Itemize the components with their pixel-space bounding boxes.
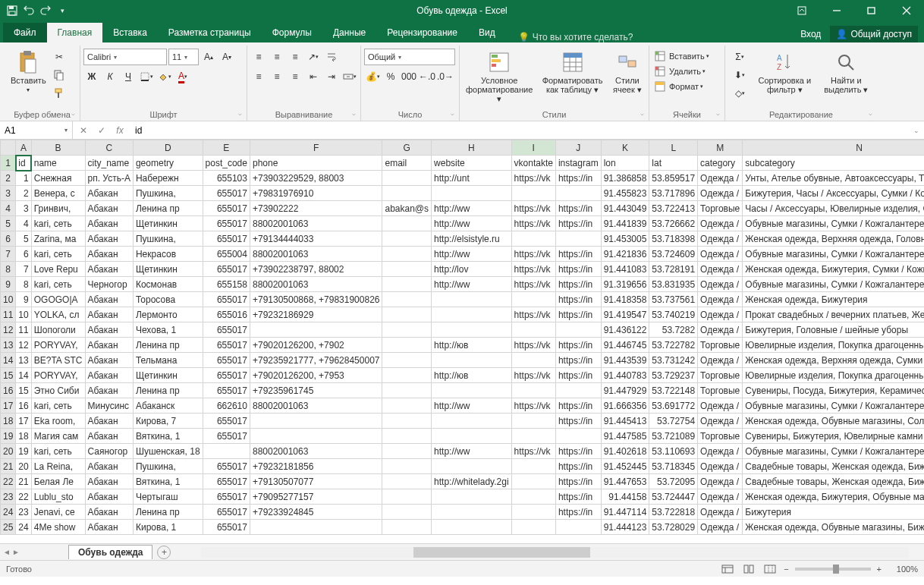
cell[interactable]: Абакан [85, 322, 133, 338]
cell[interactable] [382, 520, 432, 535]
cell[interactable]: Eka room, [31, 414, 85, 429]
cell[interactable] [382, 186, 432, 201]
cell[interactable]: Ленина пр [133, 383, 203, 398]
cell[interactable] [382, 459, 432, 474]
col-header-A[interactable]: A [16, 140, 31, 156]
cell[interactable] [382, 444, 432, 459]
fill-color-button[interactable]: ▾ [156, 68, 173, 85]
cell[interactable]: https://in [555, 247, 601, 262]
cell[interactable]: 655017 [203, 414, 250, 429]
cell[interactable]: https://in [555, 444, 601, 459]
cell[interactable]: 53.718345 [649, 459, 698, 474]
cell[interactable]: 655017 [203, 216, 250, 231]
cell[interactable]: https://in [555, 201, 601, 216]
cell[interactable]: http://lov [432, 262, 512, 277]
cell[interactable]: Абакан [85, 429, 133, 444]
cell[interactable]: Одежда / [698, 216, 743, 231]
orientation-button[interactable]: ↗▾ [305, 49, 322, 65]
cell[interactable]: Свадебные товары, Женская одежда, Бижуте… [743, 459, 924, 474]
cell[interactable]: 91.421836 [601, 247, 649, 262]
cell[interactable]: 655017 [203, 186, 250, 201]
accounting-button[interactable]: 💰▾ [364, 68, 381, 85]
cell[interactable]: Торговые [698, 368, 743, 383]
zoom-in-button[interactable]: + [877, 565, 882, 574]
cell[interactable] [511, 489, 555, 505]
cell[interactable]: category [698, 156, 743, 171]
cell[interactable] [555, 186, 601, 201]
cell[interactable] [511, 186, 555, 201]
cell[interactable]: Lublu_sto [31, 489, 85, 505]
cell[interactable]: Одежда / [698, 520, 743, 535]
cell[interactable]: Торосова [133, 292, 203, 307]
font-name-combo[interactable]: Calibri▾ [83, 49, 167, 65]
close-button[interactable] [889, 0, 924, 21]
cell[interactable]: 53.7282 [649, 322, 698, 338]
cell[interactable]: 91.319656 [601, 277, 649, 292]
cell[interactable]: Женская одежда, Бижутерия, Обувные магаз… [743, 489, 924, 505]
insert-cells-button[interactable]: Вставить ▾ [652, 49, 711, 64]
cell[interactable]: https://in [555, 368, 601, 383]
cell[interactable] [432, 459, 512, 474]
cell[interactable]: 10 [16, 307, 31, 322]
row-header-2[interactable]: 2 [1, 171, 16, 186]
cell[interactable]: https://vk [511, 368, 555, 383]
cell[interactable]: Пушкина, [133, 186, 203, 201]
cell[interactable]: 9 [16, 292, 31, 307]
autosum-button[interactable]: Σ▾ [728, 49, 751, 65]
cell[interactable]: +79235921777, +79628450007 [250, 353, 382, 368]
cell[interactable]: http://ww [432, 398, 512, 414]
cell[interactable]: Свадебные товары, Женская одежда, Бижуте… [743, 474, 924, 489]
cell[interactable]: Сувениры, Посуда, Бижутерия, Керамически… [743, 383, 924, 398]
row-header-12[interactable]: 12 [1, 322, 16, 338]
cell[interactable]: Космонав [133, 277, 203, 292]
cell[interactable]: +79130500868, +79831900826 [250, 292, 382, 307]
clear-button[interactable]: ◇▾ [728, 85, 751, 102]
row-header-21[interactable]: 21 [1, 459, 16, 474]
cell[interactable]: 53.737561 [649, 292, 698, 307]
cell[interactable]: email [382, 156, 432, 171]
cell[interactable]: city_name [85, 156, 133, 171]
row-header-24[interactable]: 24 [1, 505, 16, 520]
cell[interactable]: 53.691772 [649, 398, 698, 414]
cell[interactable] [250, 322, 382, 338]
increase-decimal-button[interactable]: ←.0 [419, 68, 435, 85]
cell[interactable]: lon [601, 156, 649, 171]
undo-icon[interactable] [23, 5, 35, 17]
col-header-N[interactable]: N [743, 140, 924, 156]
cell[interactable]: Абакан [85, 307, 133, 322]
cell[interactable]: http://ww [432, 201, 512, 216]
cell[interactable]: 91.419547 [601, 307, 649, 322]
cell[interactable]: 8 [16, 277, 31, 292]
cell[interactable]: 18 [16, 429, 31, 444]
sheet-nav-prev[interactable]: ◄ [3, 548, 11, 556]
cell[interactable]: post_code [203, 156, 250, 171]
italic-button[interactable]: К [102, 68, 118, 85]
row-header-25[interactable]: 25 [1, 520, 16, 535]
cell[interactable]: Гринвич, [31, 201, 85, 216]
cell[interactable]: +73902238797, 88002 [250, 262, 382, 277]
cell[interactable]: 53.859517 [649, 171, 698, 186]
cell[interactable]: +79020126200, +7902 [250, 338, 382, 353]
cell[interactable]: Щетинкин [133, 368, 203, 383]
cell[interactable] [555, 231, 601, 247]
align-left-button[interactable]: ≡ [250, 68, 267, 85]
cell[interactable]: 53.718398 [649, 231, 698, 247]
cell[interactable] [250, 520, 382, 535]
cell[interactable]: https://in [555, 307, 601, 322]
format-cells-button[interactable]: Формат ▾ [652, 79, 705, 94]
align-bottom-button[interactable]: ≡ [287, 49, 303, 65]
cell[interactable]: https://vk [511, 171, 555, 186]
cell[interactable] [511, 414, 555, 429]
cell[interactable]: 91.452445 [601, 459, 649, 474]
cell[interactable] [203, 444, 250, 459]
cell[interactable]: kari, сеть [31, 398, 85, 414]
row-header-18[interactable]: 18 [1, 414, 16, 429]
cell[interactable] [432, 429, 512, 444]
cell[interactable]: +79232186929 [250, 307, 382, 322]
cell[interactable]: +79134444033 [250, 231, 382, 247]
cell[interactable]: subcategory [743, 156, 924, 171]
row-header-14[interactable]: 14 [1, 353, 16, 368]
cell[interactable]: 655017 [203, 459, 250, 474]
cell[interactable]: https://in [555, 505, 601, 520]
cell[interactable]: 655017 [203, 231, 250, 247]
